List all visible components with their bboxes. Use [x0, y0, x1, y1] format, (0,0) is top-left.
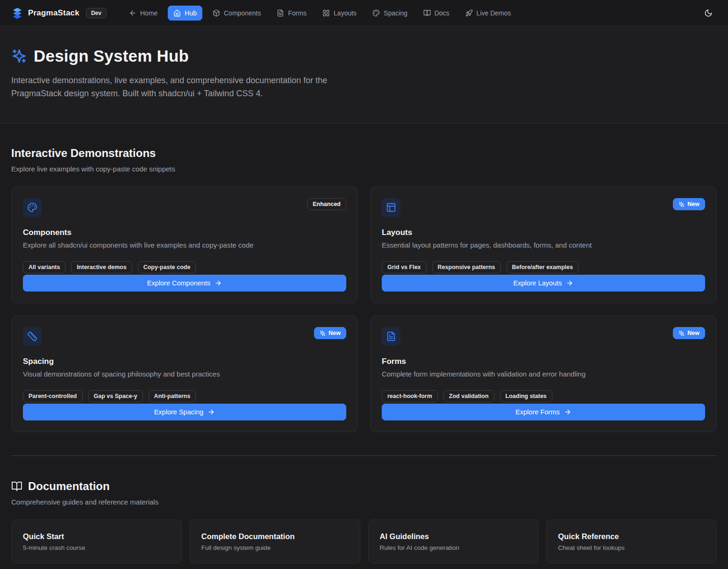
- nav-item-live-demos[interactable]: Live Demos: [460, 6, 517, 21]
- doc-card-quick-start[interactable]: Quick Start 5-minute crash course: [11, 519, 182, 563]
- package-icon: [213, 9, 220, 17]
- explore-components-button[interactable]: Explore Components: [23, 275, 346, 292]
- nav-item-layouts[interactable]: Layouts: [317, 6, 362, 21]
- demos-section-header: Interactive Demonstrations Explore live …: [11, 146, 717, 174]
- explore-layouts-button[interactable]: Explore Layouts: [382, 275, 705, 292]
- card-tag: Anti-patterns: [149, 390, 196, 402]
- doc-card-title: Quick Start: [23, 532, 170, 541]
- layout-panel-icon: [386, 202, 396, 213]
- sparkles-icon: [320, 330, 326, 336]
- brand-name: PragmaStack: [28, 8, 79, 18]
- card-tag: Zod validation: [443, 390, 494, 402]
- sparkles-icon: [678, 201, 685, 207]
- doc-card-complete-documentation[interactable]: Complete Documentation Full design syste…: [190, 519, 360, 563]
- nav-item-label: Live Demos: [477, 9, 511, 17]
- file-text-icon: [277, 9, 284, 17]
- explore-forms-button[interactable]: Explore Forms: [382, 404, 705, 420]
- section-divider: [11, 455, 717, 456]
- card-badge: New: [314, 327, 346, 339]
- theme-toggle-button[interactable]: [700, 5, 717, 21]
- page-title: Design System Hub: [34, 47, 189, 65]
- doc-card-title: Complete Documentation: [201, 532, 349, 541]
- card-tags: Parent-controlledGap vs Space-yAnti-patt…: [23, 390, 346, 402]
- arrow-right-icon: [566, 279, 573, 287]
- card-tag: Interactive demos: [71, 261, 132, 273]
- sparkles-icon: [678, 330, 685, 336]
- arrow-right-icon: [207, 408, 215, 416]
- arrow-right-icon: [214, 279, 222, 287]
- nav-item-label: Layouts: [334, 9, 357, 17]
- arrow-left-icon: [129, 9, 136, 17]
- explore-spacing-button[interactable]: Explore Spacing: [23, 404, 346, 420]
- demo-card-layouts: New Layouts Essential layout patterns fo…: [370, 186, 717, 303]
- book-open-icon: [11, 481, 22, 492]
- demo-card-grid: Enhanced Components Explore all shadcn/u…: [11, 186, 717, 432]
- card-badge: New: [673, 327, 705, 339]
- doc-card-subtitle: 5-minute crash course: [23, 544, 170, 551]
- card-tag: Before/after examples: [507, 261, 579, 273]
- navbar: PragmaStack Dev Home Hub Components Form…: [0, 0, 728, 26]
- arrow-right-icon: [564, 408, 571, 416]
- card-description: Essential layout patterns for pages, das…: [382, 241, 705, 250]
- palette-icon: [372, 9, 380, 17]
- card-title: Spacing: [23, 357, 346, 366]
- nav-item-spacing[interactable]: Spacing: [367, 6, 413, 21]
- brand: PragmaStack Dev: [11, 7, 107, 19]
- env-badge: Dev: [86, 8, 107, 18]
- doc-card-title: AI Guidelines: [380, 532, 527, 541]
- card-tag: Gap vs Space-y: [88, 390, 143, 402]
- main-content: Interactive Demonstrations Explore live …: [0, 146, 728, 563]
- demo-card-spacing: New Spacing Visual demonstrations of spa…: [11, 315, 358, 432]
- docs-section-header: Documentation Comprehensive guides and r…: [11, 479, 717, 507]
- doc-card-ai-guidelines[interactable]: AI Guidelines Rules for AI code generati…: [368, 519, 539, 563]
- rocket-icon: [465, 9, 473, 17]
- sparkles-icon: [11, 48, 27, 64]
- card-description: Visual demonstrations of spacing philoso…: [23, 370, 346, 379]
- nav-item-label: Docs: [435, 9, 450, 17]
- doc-card-subtitle: Rules for AI code generation: [380, 544, 527, 551]
- moon-icon: [704, 9, 713, 17]
- page-subtitle: Interactive demonstrations, live example…: [11, 74, 359, 100]
- nav-item-label: Hub: [185, 9, 197, 17]
- palette-icon: [27, 202, 37, 213]
- card-title: Layouts: [382, 228, 705, 237]
- file-text-icon: [386, 331, 396, 341]
- nav-item-components[interactable]: Components: [207, 6, 266, 21]
- card-title: Components: [23, 228, 346, 237]
- card-tags: All variantsInteractive demosCopy-paste …: [23, 261, 346, 273]
- hero-section: Design System Hub Interactive demonstrat…: [0, 26, 728, 124]
- nav-item-home[interactable]: Home: [123, 6, 163, 21]
- card-badge: Enhanced: [307, 198, 346, 210]
- doc-card-subtitle: Full design system guide: [201, 544, 349, 551]
- demos-subheading: Explore live examples with copy-paste co…: [11, 164, 717, 174]
- doc-card-grid: Quick Start 5-minute crash course Comple…: [11, 519, 717, 563]
- nav-item-hub[interactable]: Hub: [168, 6, 202, 21]
- docs-heading-label: Documentation: [28, 479, 110, 493]
- nav-item-docs[interactable]: Docs: [418, 6, 455, 21]
- card-tags: Grid vs FlexResponsive patternsBefore/af…: [382, 261, 705, 273]
- card-tag: Parent-controlled: [23, 390, 83, 402]
- home-icon: [173, 9, 181, 17]
- nav-item-label: Home: [140, 9, 157, 17]
- nav-item-forms[interactable]: Forms: [271, 6, 312, 21]
- card-tag: All variants: [23, 261, 65, 273]
- card-tag: Grid vs Flex: [382, 261, 427, 273]
- card-tags: react-hook-formZod validationLoading sta…: [382, 390, 705, 402]
- card-title: Forms: [382, 357, 705, 366]
- doc-card-subtitle: Cheat sheet for lookups: [558, 544, 705, 551]
- card-description: Explore all shadcn/ui components with li…: [23, 241, 346, 250]
- layers-icon: [11, 7, 23, 19]
- card-tag: Copy-paste code: [138, 261, 196, 273]
- card-tag: react-hook-form: [382, 390, 438, 402]
- main-nav: Home Hub Components Forms Layouts Spacin…: [123, 6, 683, 21]
- demo-card-forms: New Forms Complete form implementations …: [370, 315, 717, 432]
- doc-card-quick-reference[interactable]: Quick Reference Cheat sheet for lookups: [546, 519, 717, 563]
- doc-card-title: Quick Reference: [558, 532, 705, 541]
- demos-heading: Interactive Demonstrations: [11, 146, 717, 160]
- nav-item-label: Spacing: [384, 9, 407, 17]
- demo-card-components: Enhanced Components Explore all shadcn/u…: [11, 186, 358, 303]
- card-tag: Responsive patterns: [432, 261, 501, 273]
- docs-subheading: Comprehensive guides and reference mater…: [11, 497, 717, 507]
- layout-grid-icon: [322, 9, 330, 17]
- card-description: Complete form implementations with valid…: [382, 370, 705, 379]
